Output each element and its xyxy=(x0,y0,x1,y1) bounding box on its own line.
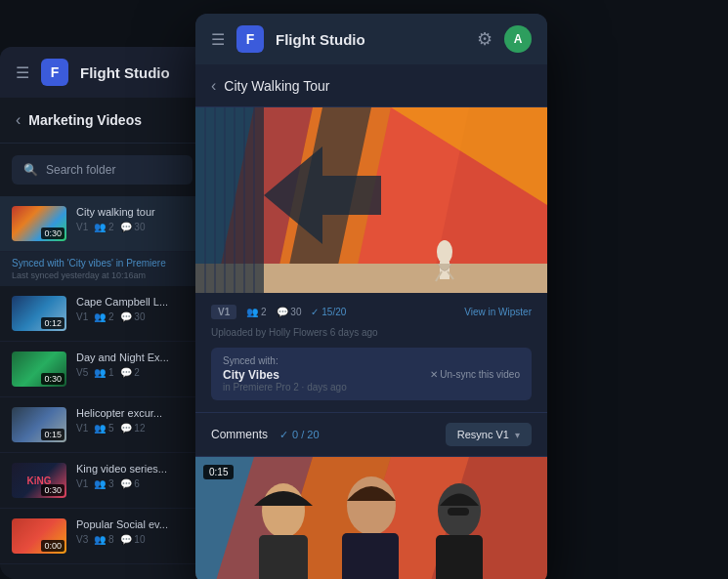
resync-button[interactable]: Resync V1 ▾ xyxy=(446,423,532,446)
video-meta: V1 👥 2 💬 30 xyxy=(76,311,193,322)
version-badge: V1 xyxy=(211,305,236,319)
collaborators: 👥 1 xyxy=(94,367,113,378)
sidebar-title: Marketing Videos xyxy=(28,112,142,128)
video-name: City walking tour xyxy=(76,206,193,218)
collaborators: 👥 5 xyxy=(94,423,113,434)
resync-label: Resync V1 xyxy=(457,429,509,440)
comments-label: Comments xyxy=(211,428,268,441)
hamburger-icon[interactable]: ☰ xyxy=(16,63,29,82)
video-thumbnail: 0:15 xyxy=(12,407,66,442)
list-item[interactable]: 0:30 Day and Night Ex... V5 👥 1 💬 2 xyxy=(0,342,204,397)
video-info: Cape Campbell L... V1 👥 2 💬 30 xyxy=(76,296,193,322)
modal-subheader: ‹ City Walking Tour xyxy=(195,64,547,107)
svg-rect-32 xyxy=(342,533,399,579)
modal-header-icons: ⚙ A xyxy=(477,25,532,53)
video-meta: V1 👥 3 💬 6 xyxy=(76,478,193,489)
duration-badge: 0:15 xyxy=(41,429,64,440)
comments: 💬 10 xyxy=(120,534,146,545)
comments-fraction: 0 / 20 xyxy=(292,429,320,440)
version-label: V1 xyxy=(76,478,88,489)
synced-with-name: City Vibes xyxy=(223,368,347,382)
modal-back-arrow-icon[interactable]: ‹ xyxy=(211,77,216,95)
comments-bar: Comments ✓ 0 / 20 Resync V1 ▾ xyxy=(195,413,547,457)
video-name: Day and Night Ex... xyxy=(76,352,193,363)
video-list: 0:30 City walking tour V1 👥 2 💬 30 Synce… xyxy=(0,196,204,564)
modal-avatar[interactable]: A xyxy=(504,25,532,53)
dropdown-arrow-icon: ▾ xyxy=(515,430,520,440)
list-item[interactable]: 0:12 Cape Campbell L... V1 👥 2 💬 30 xyxy=(0,286,204,342)
video-name: Popular Social ev... xyxy=(76,518,193,530)
video-info: City walking tour V1 👥 2 💬 30 xyxy=(76,206,193,232)
modal-hamburger-icon[interactable]: ☰ xyxy=(211,30,225,49)
unsync-button[interactable]: ✕ Un-sync this video xyxy=(430,369,520,380)
back-arrow-icon[interactable]: ‹ xyxy=(16,111,21,129)
comments-meta: 💬 30 xyxy=(277,307,302,317)
version-label: V3 xyxy=(76,534,88,545)
duration-badge: 0:30 xyxy=(41,227,64,239)
svg-point-31 xyxy=(347,476,396,535)
modal-app-logo: F xyxy=(236,25,264,53)
list-item[interactable]: 0:00 Popular Social ev... V3 👥 8 💬 10 xyxy=(0,509,204,564)
video-meta: V3 👥 8 💬 10 xyxy=(76,534,193,545)
video-name: King video series... xyxy=(76,463,193,475)
video-thumbnail: 0:12 xyxy=(12,296,66,331)
collaborators: 👥 3 xyxy=(94,478,113,489)
list-item[interactable]: 0:15 Helicopter excur... V1 👥 5 💬 12 xyxy=(0,397,204,453)
duration-badge: 0:12 xyxy=(41,317,64,329)
sync-with-box: Synced with: City Vibes in Premiere Pro … xyxy=(211,348,532,400)
svg-rect-30 xyxy=(259,535,308,579)
sidebar-header: ‹ Marketing Videos xyxy=(0,98,204,144)
synced-with-sub: in Premiere Pro 2 · days ago xyxy=(223,382,347,393)
comments: 💬 30 xyxy=(120,311,146,322)
sync-text: Synced with 'City vibes' in Premiere xyxy=(12,258,193,269)
collaborators-meta: 👥 2 xyxy=(246,307,266,317)
duration-badge: 0:30 xyxy=(41,373,64,385)
version-label: V5 xyxy=(76,367,88,378)
list-item[interactable]: KiNG 0:30 King video series... V1 👥 3 💬 … xyxy=(0,453,204,509)
svg-point-12 xyxy=(437,240,452,264)
video-meta: V1 👥 5 💬 12 xyxy=(76,423,193,434)
comments: 💬 2 xyxy=(120,367,140,378)
check-icon: ✓ xyxy=(279,429,288,441)
modal-second-thumb: 0:15 xyxy=(195,457,547,579)
sync-info: Synced with 'City vibes' in Premiere Las… xyxy=(0,252,204,286)
list-item[interactable]: 0:30 City walking tour V1 👥 2 💬 30 xyxy=(0,196,204,252)
duration-badge: 0:30 xyxy=(41,484,64,496)
modal-app-title: Flight Studio xyxy=(276,31,465,48)
view-in-wipster-link[interactable]: View in Wipster xyxy=(464,307,532,317)
search-box[interactable]: 🔍 Search folder xyxy=(12,155,193,185)
uploaded-by: Uploaded by Holly Flowers 6 days ago xyxy=(211,327,532,338)
synced-with-label: Synced with: xyxy=(223,355,347,366)
modal-subtitle: City Walking Tour xyxy=(224,78,329,94)
version-bar: V1 👥 2 💬 30 ✓ 15/20 View in Wipster xyxy=(211,305,532,319)
app-logo: F xyxy=(41,59,68,86)
video-info: King video series... V1 👥 3 💬 6 xyxy=(76,463,193,489)
collaborators: 👥 8 xyxy=(94,534,113,545)
version-label: V1 xyxy=(76,222,88,232)
video-name: Cape Campbell L... xyxy=(76,296,193,308)
video-meta: V1 👥 2 💬 30 xyxy=(76,222,193,232)
video-info: Popular Social ev... V3 👥 8 💬 10 xyxy=(76,518,193,545)
search-icon: 🔍 xyxy=(23,163,38,177)
version-label: V1 xyxy=(76,311,88,322)
sync-with-info: Synced with: City Vibes in Premiere Pro … xyxy=(223,355,347,393)
collaborators: 👥 2 xyxy=(94,311,113,322)
video-details: V1 👥 2 💬 30 ✓ 15/20 View in Wipster Uplo… xyxy=(195,293,547,413)
modal-gear-icon[interactable]: ⚙ xyxy=(477,28,492,50)
svg-rect-35 xyxy=(448,508,469,516)
video-thumbnail: 0:30 xyxy=(12,206,66,241)
svg-rect-34 xyxy=(436,535,483,579)
sidebar: ‹ Marketing Videos 🔍 Search folder 0:30 … xyxy=(0,98,205,579)
video-info: Day and Night Ex... V5 👥 1 💬 2 xyxy=(76,352,193,378)
collaborators-icon: 👥 2 xyxy=(94,222,113,232)
video-thumbnail: 0:30 xyxy=(12,352,66,387)
video-thumbnail: KiNG 0:30 xyxy=(12,463,66,498)
comments-count: ✓ 0 / 20 xyxy=(279,429,320,441)
sync-subtext: Last synced yesterday at 10:16am xyxy=(12,270,193,280)
video-meta: V5 👥 1 💬 2 xyxy=(76,367,193,378)
search-placeholder: Search folder xyxy=(46,163,115,177)
comments: 💬 6 xyxy=(120,478,140,489)
video-preview xyxy=(195,107,547,293)
comments-count: 💬 30 xyxy=(120,222,146,232)
duration-badge: 0:00 xyxy=(41,540,64,552)
